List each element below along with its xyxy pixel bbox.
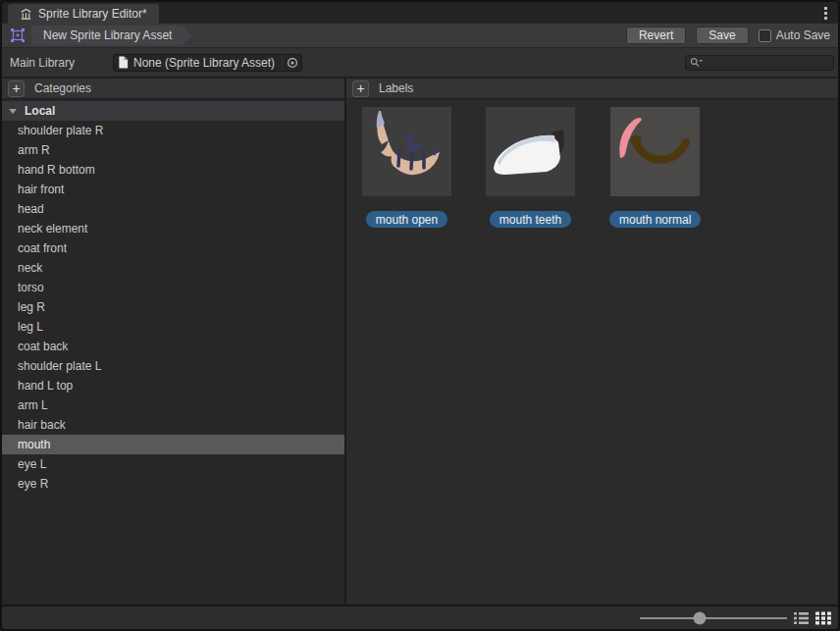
asset-file-icon — [118, 56, 129, 69]
category-row[interactable]: coat front — [2, 238, 344, 258]
sprite-library-editor-window: Sprite Library Editor* New Sprite Librar… — [0, 0, 840, 631]
object-field-value: None (Sprite Library Asset) — [133, 56, 282, 70]
category-row[interactable]: mouth — [2, 435, 344, 454]
tab-sprite-library-editor[interactable]: Sprite Library Editor* — [8, 4, 159, 24]
main-library-object-field[interactable]: None (Sprite Library Asset) — [113, 54, 302, 72]
sprite-library-icon — [20, 8, 32, 21]
category-row[interactable]: shoulder plate L — [2, 356, 344, 376]
category-label: leg R — [18, 300, 45, 314]
category-row[interactable]: neck — [2, 258, 344, 278]
sprite-thumbnail-mouth-teeth[interactable] — [486, 107, 575, 196]
category-row[interactable]: arm L — [2, 395, 344, 415]
sprite-thumbnail-mouth-normal[interactable] — [610, 107, 700, 196]
category-row[interactable]: arm R — [2, 140, 344, 160]
category-row[interactable]: leg L — [2, 317, 344, 337]
zoom-slider-track — [640, 617, 787, 619]
category-list: shoulder plate R arm R hand R bottom hai… — [2, 121, 344, 494]
category-row[interactable]: hair back — [2, 415, 344, 435]
labels-panel: mouth open mouth teeth mouth n — [346, 99, 838, 605]
category-label: mouth — [18, 438, 50, 451]
label-pill[interactable]: mouth open — [366, 211, 447, 228]
categories-header: Categories — [34, 81, 91, 95]
category-label: hair front — [18, 183, 64, 196]
auto-save-checkbox[interactable] — [759, 29, 771, 42]
list-view-icon[interactable] — [793, 610, 810, 626]
auto-save-label: Auto Save — [776, 28, 830, 42]
category-label: head — [18, 202, 44, 216]
sprite-thumbnail-mouth-open[interactable] — [362, 107, 451, 196]
toolbar: New Sprite Library Asset Revert Save Aut… — [2, 24, 838, 47]
category-row[interactable]: coat back — [2, 337, 344, 356]
kebab-menu-icon[interactable] — [822, 5, 829, 22]
category-row[interactable]: head — [2, 199, 344, 219]
category-label: shoulder plate L — [18, 359, 101, 373]
sprite-library-asset-icon — [10, 27, 26, 43]
tab-title: Sprite Library Editor* — [38, 7, 147, 21]
category-label: arm L — [18, 398, 48, 412]
category-label: eye R — [18, 477, 48, 491]
category-row[interactable]: neck element — [2, 219, 344, 238]
panel-headers: + Categories + Labels — [2, 77, 838, 99]
tab-bar: Sprite Library Editor* — [2, 2, 838, 24]
search-input[interactable] — [706, 56, 840, 70]
bottom-bar — [2, 605, 838, 629]
zoom-slider[interactable] — [640, 611, 787, 625]
revert-button[interactable]: Revert — [626, 26, 686, 44]
category-label: hair back — [18, 418, 66, 432]
category-row[interactable]: torso — [2, 278, 344, 297]
label-pill[interactable]: mouth teeth — [490, 211, 571, 228]
category-label: neck — [18, 261, 42, 275]
categories-panel: Local shoulder plate R arm R hand R bott… — [2, 99, 346, 605]
save-button[interactable]: Save — [696, 26, 748, 44]
labels-header: Labels — [379, 81, 413, 95]
category-label: coat front — [18, 241, 67, 255]
main-library-row: Main Library None (Sprite Library Asset) — [2, 47, 838, 77]
category-label: torso — [18, 281, 44, 294]
grid-view-icon[interactable] — [814, 610, 831, 626]
category-label: arm R — [18, 143, 50, 157]
category-row[interactable]: eye R — [2, 474, 344, 494]
category-row[interactable]: leg R — [2, 297, 344, 317]
label-card-mouth-teeth[interactable]: mouth teeth — [486, 107, 575, 228]
object-picker-icon[interactable] — [282, 55, 301, 71]
zoom-slider-knob[interactable] — [694, 611, 707, 624]
local-group-label: Local — [25, 104, 55, 118]
foldout-triangle-icon — [9, 109, 17, 114]
category-row[interactable]: shoulder plate R — [2, 121, 344, 140]
breadcrumb-label: New Sprite Library Asset — [43, 28, 172, 42]
category-label: coat back — [18, 340, 68, 353]
add-category-button[interactable]: + — [8, 80, 25, 97]
local-group-foldout[interactable]: Local — [2, 101, 344, 121]
search-icon — [690, 57, 704, 68]
search-field[interactable] — [685, 55, 834, 71]
category-label: neck element — [18, 222, 87, 236]
label-card-mouth-normal[interactable]: mouth normal — [609, 107, 701, 228]
category-label: leg L — [18, 320, 43, 334]
category-label: hand L top — [18, 379, 73, 393]
main-library-label: Main Library — [10, 56, 113, 70]
add-label-button[interactable]: + — [352, 80, 369, 97]
category-label: eye L — [18, 457, 46, 471]
category-row[interactable]: eye L — [2, 454, 344, 474]
breadcrumb[interactable]: New Sprite Library Asset — [31, 26, 191, 45]
category-row[interactable]: hand L top — [2, 376, 344, 395]
category-label: shoulder plate R — [18, 124, 103, 137]
category-row[interactable]: hair front — [2, 180, 344, 199]
label-card-mouth-open[interactable]: mouth open — [362, 107, 451, 228]
category-row[interactable]: hand R bottom — [2, 160, 344, 180]
label-pill[interactable]: mouth normal — [609, 211, 701, 228]
category-label: hand R bottom — [18, 163, 95, 177]
